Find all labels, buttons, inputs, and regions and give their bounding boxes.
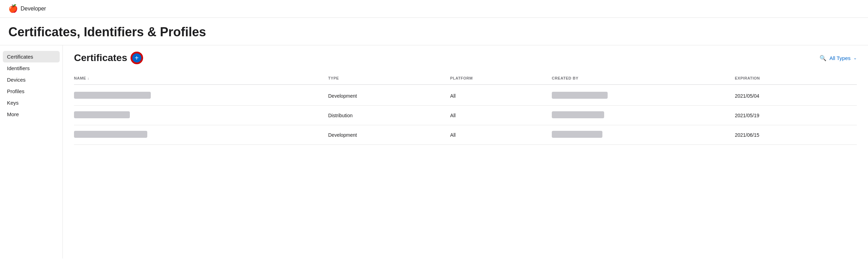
table-header: NAME ↓ TYPE PLATFORM CREATED BY EXPIRATI… — [74, 72, 857, 85]
cell-expiration: 2021/06/15 — [735, 131, 857, 139]
cell-expiration: 2021/05/19 — [735, 111, 857, 120]
page-title: Certificates, Identifiers & Profiles — [8, 25, 860, 39]
cell-created-by — [552, 90, 735, 101]
sidebar-item-profiles[interactable]: Profiles — [0, 85, 62, 97]
column-header-name: NAME ↓ — [74, 75, 328, 82]
developer-label: Developer — [21, 6, 46, 12]
cell-type: Development — [328, 131, 450, 139]
apple-logo-icon: 🍎 — [8, 4, 18, 13]
cell-name — [74, 90, 328, 101]
cell-type: Development — [328, 92, 450, 100]
section-title: Certificates — [74, 52, 127, 63]
cell-name — [74, 129, 328, 140]
redacted-name — [74, 111, 130, 118]
search-icon: 🔍 — [819, 55, 826, 61]
table-row[interactable]: Development All 2021/05/04 — [74, 86, 857, 106]
cell-expiration: 2021/05/04 — [735, 92, 857, 100]
column-header-platform: PLATFORM — [450, 75, 552, 82]
redacted-name — [74, 92, 151, 99]
cell-type: Distribution — [328, 111, 450, 120]
cell-name — [74, 110, 328, 121]
sidebar-item-certificates[interactable]: Certificates — [3, 51, 60, 62]
cell-platform: All — [450, 111, 552, 120]
column-header-expiration: EXPIRATION — [735, 75, 857, 82]
content-header: Certificates + 🔍 All Types ⌄ — [74, 52, 857, 63]
table-row[interactable]: Distribution All 2021/05/19 — [74, 106, 857, 125]
filter-controls[interactable]: 🔍 All Types ⌄ — [819, 55, 857, 61]
certificates-table: NAME ↓ TYPE PLATFORM CREATED BY EXPIRATI… — [74, 72, 857, 145]
add-certificate-button[interactable]: + — [132, 53, 142, 63]
redacted-created — [552, 131, 602, 138]
cell-created-by — [552, 129, 735, 140]
redacted-created — [552, 92, 608, 99]
page-title-bar: Certificates, Identifiers & Profiles — [0, 18, 868, 45]
content-title-row: Certificates + — [74, 52, 142, 63]
sidebar-item-more[interactable]: More — [0, 108, 62, 120]
cell-platform: All — [450, 92, 552, 100]
redacted-created — [552, 111, 604, 118]
cell-platform: All — [450, 131, 552, 139]
sidebar: Certificates Identifiers Devices Profile… — [0, 45, 63, 259]
cell-created-by — [552, 110, 735, 121]
sidebar-item-identifiers[interactable]: Identifiers — [0, 62, 62, 74]
redacted-name — [74, 131, 147, 138]
sidebar-item-keys[interactable]: Keys — [0, 97, 62, 108]
all-types-filter[interactable]: All Types — [829, 55, 851, 61]
chevron-down-icon: ⌄ — [853, 55, 857, 60]
column-header-type: TYPE — [328, 75, 450, 82]
top-bar: 🍎 Developer — [0, 0, 868, 18]
main-layout: Certificates Identifiers Devices Profile… — [0, 45, 868, 259]
sort-arrow-icon: ↓ — [88, 76, 90, 80]
table-row[interactable]: Development All 2021/06/15 — [74, 125, 857, 145]
sidebar-item-devices[interactable]: Devices — [0, 74, 62, 85]
content-area: Certificates + 🔍 All Types ⌄ NAME ↓ TYPE… — [63, 45, 868, 259]
column-header-created-by: CREATED BY — [552, 75, 735, 82]
